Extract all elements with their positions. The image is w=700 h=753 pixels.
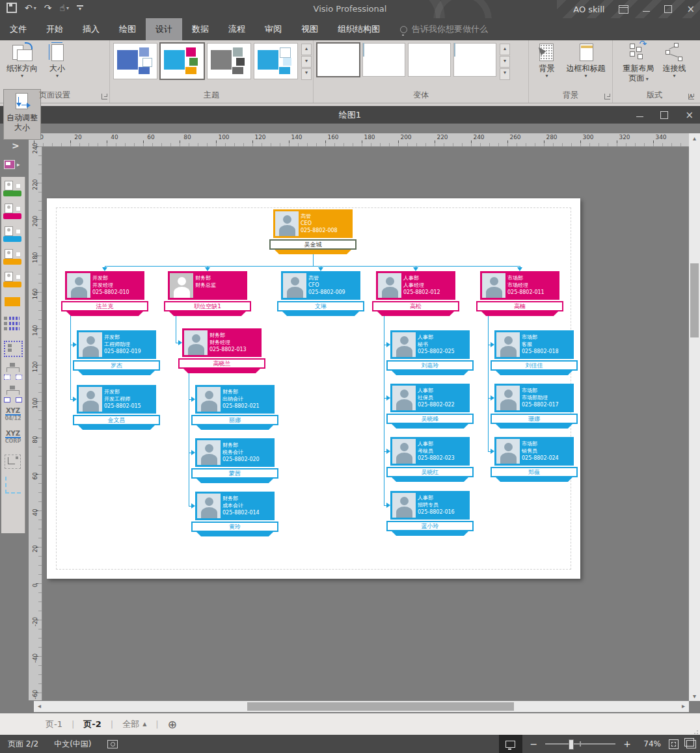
ribbon-tab-3[interactable]: 插入 [73, 18, 109, 40]
master-belt-consultant[interactable] [3, 248, 23, 267]
variants-scroll-up[interactable]: ▴ [500, 44, 510, 55]
page-setup-dialog-launcher[interactable] [101, 94, 107, 99]
org-node-15[interactable]: 人事部考核员025-8802-023吴晓红 [386, 437, 474, 482]
master-belt-position[interactable] [3, 225, 23, 244]
variant-thumbnail-4[interactable] [453, 43, 496, 77]
add-page-button[interactable]: ⊕ [168, 718, 177, 731]
switch-windows-icon[interactable] [686, 740, 696, 748]
ribbon-tab-7[interactable]: 流程 [219, 18, 255, 40]
ribbon-tab-1[interactable]: 文件 [0, 18, 36, 40]
master-dynamic-connector[interactable] [3, 453, 23, 472]
ribbon-display-options-icon[interactable] [619, 5, 628, 14]
ribbon-tab-4[interactable]: 绘图 [109, 18, 146, 40]
tell-me-box[interactable]: 告诉我你想要做什么 [400, 18, 488, 40]
scroll-up-icon[interactable]: ▴ [689, 133, 700, 143]
scroll-down-icon[interactable]: ▾ [689, 691, 700, 701]
org-node-8[interactable]: 开发部开发工程师025-8802-015金文昌 [73, 385, 160, 430]
org-node-13[interactable]: 人事部秘书025-8802-025刘嘉玲 [386, 330, 474, 376]
org-node-14[interactable]: 人事部社保员025-8802-022吴晓峰 [386, 384, 474, 429]
org-node-19[interactable]: 市场部销售员025-8802-024郑薇 [491, 437, 578, 482]
background-button[interactable]: 背景▾ [533, 40, 560, 90]
page-tab-2[interactable]: 页-2 [78, 719, 106, 730]
minimize-button[interactable] [643, 11, 650, 12]
drawing-close-button[interactable]: × [685, 111, 693, 119]
org-node-1[interactable]: 高管CEO025-8802-008吴金城 [269, 209, 357, 255]
horizontal-scroll-thumb[interactable] [247, 702, 514, 711]
theme-thumbnail-4[interactable]: 文文 [254, 43, 298, 79]
zoom-out-button[interactable]: − [530, 739, 538, 749]
master-org-tree[interactable] [3, 384, 23, 404]
zoom-in-button[interactable]: + [623, 739, 631, 749]
drawing-page[interactable]: 高管CEO025-8802-008吴金城开发部开发经理025-8802-010法… [47, 198, 580, 579]
themes-scroll-up[interactable]: ▴ [301, 44, 312, 55]
border-title-button[interactable]: 边框和标题▾ [564, 40, 608, 90]
ribbon-tab-5[interactable]: 设计 [146, 18, 182, 40]
ribbon-tab-8[interactable]: 审阅 [255, 18, 291, 40]
themes-scroll-down[interactable]: ▾ [301, 56, 312, 68]
vertical-scrollbar[interactable]: ▴ ▾ [689, 133, 700, 701]
variants-more-button[interactable]: ▾ [500, 68, 510, 80]
zoom-slider-thumb[interactable] [569, 739, 574, 750]
org-node-17[interactable]: 市场部客服025-8802-018刘佳佳 [491, 330, 578, 376]
master-belt-manager[interactable] [3, 202, 23, 222]
org-node-5[interactable]: 人事部人事经理025-8802-012高松 [372, 271, 459, 317]
org-node-12[interactable]: 财务部成本会计025-8802-014黄玲 [191, 492, 278, 537]
themes-more-button[interactable]: ▾ [301, 68, 312, 80]
maximize-button[interactable] [664, 5, 672, 13]
fit-page-icon[interactable] [669, 739, 679, 749]
org-node-11[interactable]: 财务部税务会计025-8802-020蒙茜 [191, 438, 278, 484]
ribbon-tab-6[interactable]: 数据 [182, 18, 219, 40]
variant-thumbnail-2[interactable] [362, 43, 405, 77]
ribbon-tab-10[interactable]: 组织结构图 [328, 18, 390, 40]
zoom-level[interactable]: 74% [639, 739, 661, 748]
close-button[interactable]: × [686, 5, 695, 13]
master-team-frame[interactable] [3, 339, 23, 358]
page-tab-1[interactable]: 页-1 [40, 719, 68, 730]
all-pages-button[interactable]: 全部▲ [117, 719, 152, 730]
resize-grip[interactable] [692, 729, 698, 735]
master-org-tree-dotted[interactable] [3, 362, 23, 381]
master-title-date[interactable]: XYZ04/12 [3, 407, 23, 427]
orientation-button[interactable]: 纸张方向▾ [4, 40, 40, 90]
page-indicator[interactable]: 页面 2/2 [0, 735, 46, 753]
expand-shapes-chevron-icon[interactable]: > [12, 140, 20, 151]
size-button[interactable]: 大小▾ [44, 40, 71, 90]
org-node-3[interactable]: 财务部财务总监职位空缺1 [164, 271, 251, 317]
shapes-panel-button[interactable]: ▸ [4, 160, 20, 169]
master-multi-shapes[interactable] [3, 316, 23, 336]
master-belt-vacancy[interactable] [3, 271, 23, 290]
language-indicator[interactable]: 中文(中国) [46, 735, 99, 753]
relayout-page-button[interactable]: ↷ 重新布局 页面 ▾ [620, 40, 656, 90]
variant-thumbnail-1[interactable] [316, 42, 360, 77]
master-guides[interactable] [3, 475, 23, 495]
org-node-2[interactable]: 开发部开发经理025-8802-010法兰克 [61, 271, 148, 317]
org-node-16[interactable]: 人事部招聘专员025-8802-016蓝小玲 [386, 491, 474, 536]
theme-thumbnail-3[interactable]: 文文 [207, 43, 251, 79]
org-node-4[interactable]: 高管CFO025-8802-009文琳 [277, 271, 364, 317]
ribbon-tab-2[interactable]: 开始 [36, 18, 73, 40]
org-node-7[interactable]: 开发部工程师助理025-8802-019罗杰 [73, 330, 160, 376]
variants-scroll-down[interactable]: ▾ [500, 56, 510, 68]
master-block-orange[interactable] [3, 293, 23, 313]
vertical-scroll-thumb[interactable] [690, 263, 699, 337]
drawing-maximize-button[interactable] [660, 111, 668, 119]
background-dialog-launcher[interactable] [604, 94, 610, 99]
presentation-mode-button[interactable] [499, 735, 522, 753]
collapse-ribbon-button[interactable]: ∧ [688, 92, 693, 100]
horizontal-scrollbar[interactable]: ◂ ▸ [34, 701, 689, 712]
account-name[interactable]: AO skill [573, 5, 604, 14]
org-node-10[interactable]: 财务部出纳会计025-8802-021丽娜 [191, 385, 278, 430]
theme-thumbnail-2[interactable]: 文文 [159, 42, 205, 80]
scroll-left-icon[interactable]: ◂ [34, 701, 45, 711]
macro-record-icon[interactable] [107, 740, 118, 748]
org-node-6[interactable]: 市场部市场经理025-8802-011高楠 [476, 271, 563, 317]
connectors-button[interactable]: 连接线▾ [660, 40, 689, 90]
org-node-18[interactable]: 市场部市场部助理025-8802-017珊娜 [491, 384, 578, 429]
variant-thumbnail-3[interactable] [408, 43, 451, 77]
ribbon-tab-9[interactable]: 视图 [291, 18, 328, 40]
scroll-right-icon[interactable]: ▸ [678, 701, 689, 711]
drawing-minimize-button[interactable] [636, 116, 643, 117]
master-belt-executive[interactable] [3, 179, 23, 199]
zoom-slider[interactable] [545, 739, 615, 749]
org-node-9[interactable]: 财务部财务经理025-8802-013高晓兰 [178, 328, 265, 374]
